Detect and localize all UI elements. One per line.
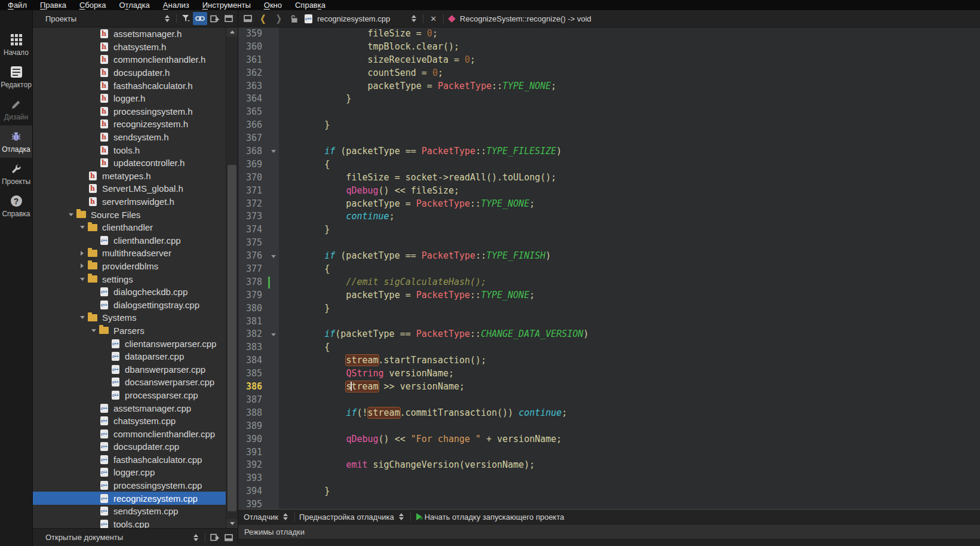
start-debug-button[interactable]: Начать отладку запускающего проекта bbox=[425, 513, 564, 522]
tree-file-sendsystem.h[interactable]: hsendsystem.h bbox=[33, 131, 226, 144]
tree-file-sendsystem.cpp[interactable]: c++sendsystem.cpp bbox=[33, 505, 226, 518]
code-line-365[interactable]: 365 bbox=[238, 106, 980, 119]
sort-combo-icon[interactable] bbox=[160, 12, 174, 25]
code-line-371[interactable]: 371 qDebug() << fileSize; bbox=[238, 185, 980, 198]
code-line-379[interactable]: 379 packetType = PacketType::TYPE_NONE; bbox=[238, 289, 980, 302]
debugger-combo-label[interactable]: Отладчик bbox=[244, 513, 278, 522]
menu-Файл[interactable]: Файл bbox=[1, 0, 33, 10]
tree-file-docsupdater.cpp[interactable]: c++docsupdater.cpp bbox=[33, 440, 226, 453]
filter-icon[interactable] bbox=[179, 12, 193, 25]
mode-Справка[interactable]: ?Справка bbox=[0, 190, 32, 222]
tree-file-assetsmanager.h[interactable]: hassetsmanager.h bbox=[33, 27, 226, 41]
menu-Анализ[interactable]: Анализ bbox=[156, 0, 196, 10]
mode-Редактор[interactable]: Редактор bbox=[0, 61, 32, 93]
tree-file-tools.h[interactable]: htools.h bbox=[33, 143, 226, 157]
tree-file-dataparser.cpp[interactable]: c++dataparser.cpp bbox=[33, 350, 226, 363]
code-line-376[interactable]: 376 if (packetType == PacketType::TYPE_F… bbox=[238, 250, 980, 263]
tree-file-recognizesystem.cpp[interactable]: c++recognizesystem.cpp bbox=[33, 492, 226, 505]
code-line-359[interactable]: 359 fileSize = 0; bbox=[238, 27, 980, 41]
tree-file-ServerLMS_global.h[interactable]: hServerLMS_global.h bbox=[33, 182, 226, 195]
code-line-394[interactable]: 394 } bbox=[238, 485, 980, 498]
menu-Инструменты[interactable]: Инструменты bbox=[196, 0, 257, 10]
open-file-name[interactable]: recognizesystem.cpp bbox=[317, 14, 407, 23]
scrollbar-thumb[interactable] bbox=[228, 165, 236, 511]
hide-panel-icon[interactable] bbox=[241, 12, 255, 25]
tree-file-metatypes.h[interactable]: hmetatypes.h bbox=[33, 170, 226, 183]
menu-Сборка[interactable]: Сборка bbox=[73, 0, 113, 10]
code-line-362[interactable]: 362 countSend = 0; bbox=[238, 67, 980, 80]
code-line-370[interactable]: 370 fileSize = socket->readAll().toULong… bbox=[238, 171, 980, 185]
current-symbol[interactable]: RecognizeSystem::recognize() -> void bbox=[460, 14, 591, 23]
tree-file-docsupdater.h[interactable]: hdocsupdater.h bbox=[33, 66, 226, 79]
code-line-385[interactable]: 385 QString versionName; bbox=[238, 367, 980, 381]
menu-Отладка[interactable]: Отладка bbox=[112, 0, 156, 10]
code-line-390[interactable]: 390 qDebug() << "For change " + versionN… bbox=[238, 433, 980, 446]
code-line-361[interactable]: 361 sizeReceiveData = 0; bbox=[238, 54, 980, 67]
run-debug-icon[interactable] bbox=[416, 513, 422, 520]
open-documents-title[interactable]: Открытые документы bbox=[33, 533, 189, 542]
tree-file-assetsmanager.cpp[interactable]: c++assetsmanager.cpp bbox=[33, 401, 226, 415]
tree-file-updatecontroller.h[interactable]: hupdatecontroller.h bbox=[33, 157, 226, 170]
code-line-378[interactable]: 378 //emit sigCalculateHash(); bbox=[238, 276, 980, 289]
tree-file-clientanswerparser.cpp[interactable]: c++clientanswerparser.cpp bbox=[33, 337, 226, 350]
code-editor[interactable]: 359 fileSize = 0;360 tmpBlock.clear();36… bbox=[238, 27, 980, 509]
tree-file-chatsystem.cpp[interactable]: c++chatsystem.cpp bbox=[33, 415, 226, 428]
code-line-360[interactable]: 360 tmpBlock.clear(); bbox=[238, 41, 980, 54]
tree-file-commonclienthandler.cpp[interactable]: c++commonclienthandler.cpp bbox=[33, 427, 226, 440]
code-line-375[interactable]: 375 bbox=[238, 237, 980, 250]
tree-folder-Parsers[interactable]: Parsers bbox=[33, 324, 226, 338]
close-icon[interactable]: ✕ bbox=[425, 14, 441, 23]
fold-marker-icon[interactable] bbox=[268, 145, 279, 158]
back-icon[interactable]: ❬ bbox=[255, 13, 271, 24]
tree-file-dialogsettingstray.cpp[interactable]: c++dialogsettingstray.cpp bbox=[33, 298, 226, 311]
tree-file-clienthandler.cpp[interactable]: c++clienthandler.cpp bbox=[33, 234, 226, 247]
tree-file-logger.cpp[interactable]: c++logger.cpp bbox=[33, 466, 226, 479]
code-line-382[interactable]: 382 if(packetType == PacketType::CHANGE_… bbox=[238, 328, 980, 341]
code-line-369[interactable]: 369 { bbox=[238, 158, 980, 171]
fold-marker-icon[interactable] bbox=[268, 250, 279, 263]
split-icon[interactable] bbox=[207, 531, 222, 544]
tree-file-commonclienthandler.h[interactable]: hcommonclienthandler.h bbox=[33, 53, 226, 66]
tree-file-serverlmswidget.h[interactable]: hserverlmswidget.h bbox=[33, 195, 226, 208]
tree-file-dialogcheckdb.cpp[interactable]: c++dialogcheckdb.cpp bbox=[33, 286, 226, 299]
close-panel-icon[interactable] bbox=[222, 12, 236, 25]
code-line-383[interactable]: 383 { bbox=[238, 341, 980, 354]
code-line-381[interactable]: 381 bbox=[238, 315, 980, 329]
close-panel-icon[interactable] bbox=[222, 531, 236, 544]
code-line-389[interactable]: 389 bbox=[238, 420, 980, 433]
unlock-icon[interactable] bbox=[287, 12, 301, 25]
code-line-364[interactable]: 364 } bbox=[238, 93, 980, 106]
mode-Начало[interactable]: Начало bbox=[0, 29, 32, 61]
tree-folder-Systems[interactable]: Systems bbox=[33, 311, 226, 324]
code-line-395[interactable]: 395 bbox=[238, 498, 980, 509]
tree-file-processingsystem.cpp[interactable]: c++processingsystem.cpp bbox=[33, 479, 226, 492]
tree-folder-multithreadserver[interactable]: multithreadserver bbox=[33, 247, 226, 260]
scroll-down-icon[interactable] bbox=[226, 519, 238, 528]
code-line-377[interactable]: 377 { bbox=[238, 263, 980, 276]
tree-file-dbanswerparser.cpp[interactable]: c++dbanswerparser.cpp bbox=[33, 363, 226, 376]
projects-panel-title[interactable]: Проекты bbox=[33, 14, 160, 23]
debug-preset-combo-icon[interactable] bbox=[394, 510, 408, 523]
mode-Проекты[interactable]: Проекты bbox=[0, 158, 32, 190]
split-icon[interactable] bbox=[207, 12, 222, 25]
fold-marker-icon[interactable] bbox=[268, 328, 279, 341]
tree-folder-settings[interactable]: settings bbox=[33, 272, 226, 286]
code-line-372[interactable]: 372 packetType = PacketType::TYPE_NONE; bbox=[238, 198, 980, 211]
file-combo-icon[interactable] bbox=[407, 12, 421, 25]
tree-file-tools.cpp[interactable]: c++tools.cpp bbox=[33, 518, 226, 528]
tree-file-recognizesystem.h[interactable]: hrecognizesystem.h bbox=[33, 118, 226, 131]
sort-combo-icon[interactable] bbox=[189, 531, 203, 544]
link-with-editor-icon[interactable] bbox=[193, 12, 207, 25]
scroll-up-icon[interactable] bbox=[226, 27, 238, 36]
code-line-392[interactable]: 392 emit sigChangeVersion(versionName); bbox=[238, 459, 980, 472]
code-line-367[interactable]: 367 bbox=[238, 132, 980, 145]
mode-Отладка[interactable]: Отладка bbox=[0, 125, 32, 158]
forward-icon[interactable]: ❭ bbox=[271, 13, 287, 24]
debugger-combo-icon[interactable] bbox=[278, 510, 293, 523]
code-line-387[interactable]: 387 bbox=[238, 394, 980, 407]
menu-Правка[interactable]: Правка bbox=[33, 0, 73, 10]
tree-folder-providerdblms[interactable]: providerdblms bbox=[33, 260, 226, 273]
tree-file-processparser.cpp[interactable]: c++processparser.cpp bbox=[33, 389, 226, 402]
code-line-384[interactable]: 384 stream.startTransaction(); bbox=[238, 354, 980, 367]
code-line-380[interactable]: 380 } bbox=[238, 302, 980, 315]
